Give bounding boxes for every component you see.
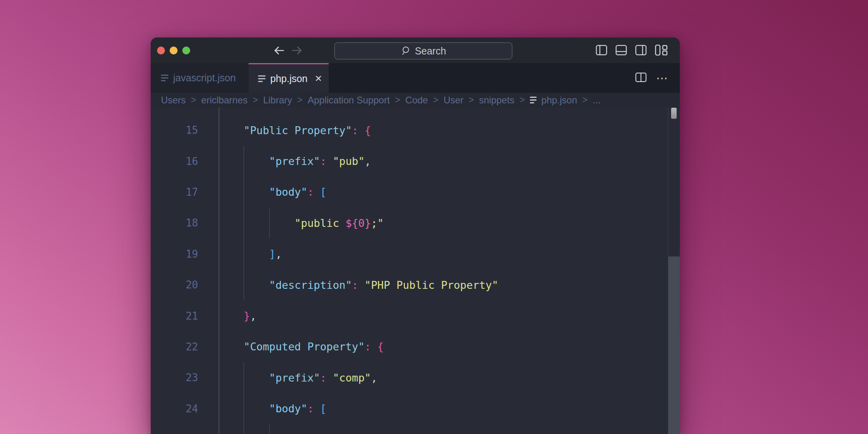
line-number: 20 [151,279,198,291]
title-bar: Search [151,37,680,63]
breadcrumb-item[interactable]: ericlbarnes [201,95,247,106]
line-number: 19 [151,248,198,260]
tab-strip: javascript.jsonphp.json✕ [151,63,680,93]
code-line[interactable]: 23 "prefix": "comp", [151,362,680,393]
scrollbar-marker[interactable] [671,108,677,119]
code-line[interactable]: 17 "body": [ [151,177,680,208]
code-line[interactable]: 18 "public ${0};" [151,208,680,238]
line-number: 24 [151,403,198,415]
dock-layout-icon [655,44,668,56]
arrow-left-icon [272,44,286,57]
breadcrumb-label: User [443,95,464,106]
line-number: 16 [151,155,198,167]
navigate-back-button[interactable] [272,44,286,57]
zoom-window-button[interactable] [182,47,190,54]
more-options-button[interactable]: ⋯ [656,74,668,82]
bottom-panel-icon [615,44,627,56]
tab-label: javascript.json [173,72,236,84]
code-text: "Computed Property": { [218,340,384,353]
code-line[interactable]: 15 "Public Property": { [151,115,680,146]
breadcrumb-separator: > [191,95,196,105]
code-text: }, [218,310,256,322]
breadcrumb-separator: > [520,95,525,105]
close-window-button[interactable] [157,47,165,54]
close-tab-icon[interactable]: ✕ [315,74,322,83]
breadcrumb-item[interactable]: Library [263,95,292,106]
split-editor-button[interactable] [635,72,647,84]
breadcrumb-label: Users [161,95,186,106]
file-icon [161,75,168,81]
breadcrumb-separator: > [297,95,302,105]
code-text: "public ${0};" [218,217,384,229]
editor-window: Search javascript.jsonphp.json✕ [151,37,680,434]
navigate-forward-button[interactable] [290,44,304,57]
search-placeholder: Search [415,45,446,57]
breadcrumb-separator: > [253,95,258,105]
left-panel-icon [596,44,607,56]
breadcrumb[interactable]: Users>ericlbarnes>Library>Application Su… [151,93,680,107]
breadcrumb-item[interactable]: php.json [530,95,577,106]
minimize-window-button[interactable] [170,47,178,54]
code-editor[interactable]: 15 "Public Property": {16 "prefix": "pub… [151,107,680,434]
breadcrumb-label: Code [405,95,428,106]
line-number: 18 [151,217,198,229]
code-text: "body": [ [218,402,326,415]
code-text: ], [218,248,282,260]
line-number: 15 [151,124,198,136]
breadcrumb-item[interactable]: User [443,95,464,106]
toggle-assistant-panel-button[interactable] [655,44,668,56]
search-input[interactable]: Search [334,42,513,60]
breadcrumb-label: ericlbarnes [201,95,247,106]
tab-php.json[interactable]: php.json✕ [249,63,329,93]
breadcrumb-item[interactable]: Code [405,95,428,106]
indent-guide [269,424,270,434]
right-panel-icon [635,44,647,56]
code-text: "prefix": "comp", [218,372,377,384]
breadcrumb-item[interactable]: Users [161,95,186,106]
tab-label: php.json [270,73,308,84]
code-text: "description": "PHP Public Property" [218,279,498,291]
breadcrumb-label: php.json [541,95,577,106]
split-pane-icon [635,72,647,82]
code-text: "Public Property": { [218,124,371,137]
breadcrumb-separator: > [433,95,438,105]
breadcrumb-label: Application Support [308,95,390,106]
desktop-background: Search javascript.jsonphp.json✕ [0,0,868,434]
breadcrumb-item[interactable]: Application Support [308,95,390,106]
scrollbar-region[interactable] [668,256,680,434]
breadcrumb-item[interactable]: ... [593,95,600,106]
code-line[interactable]: 21 }, [151,300,680,331]
toggle-right-dock-button[interactable] [635,44,647,56]
code-line[interactable]: 19 ], [151,239,680,269]
line-number: 21 [151,310,198,322]
line-number: 22 [151,341,198,353]
search-icon [400,46,411,56]
breadcrumb-item[interactable]: snippets [479,95,514,106]
arrow-right-icon [290,44,304,57]
file-icon [530,97,537,103]
breadcrumb-separator: > [395,95,400,105]
line-number: 17 [151,186,198,198]
toggle-bottom-dock-button[interactable] [615,44,627,56]
code-text: "body": [ [218,186,326,198]
breadcrumb-separator: > [582,95,587,105]
code-text: "prefix": "pub", [218,155,371,167]
code-line[interactable]: 22 "Computed Property": { [151,331,680,362]
breadcrumb-label: snippets [479,95,514,106]
breadcrumb-separator: > [469,95,474,105]
code-line[interactable]: 20 "description": "PHP Public Property" [151,269,680,300]
breadcrumb-label: ... [593,95,600,106]
file-icon [258,75,266,82]
breadcrumb-label: Library [263,95,292,106]
toggle-left-dock-button[interactable] [596,44,607,56]
tab-javascript.json[interactable]: javascript.json [151,63,249,93]
code-line[interactable]: 24 "body": [ [151,393,680,424]
line-number: 23 [151,372,198,383]
code-line[interactable]: 16 "prefix": "pub", [151,146,680,176]
